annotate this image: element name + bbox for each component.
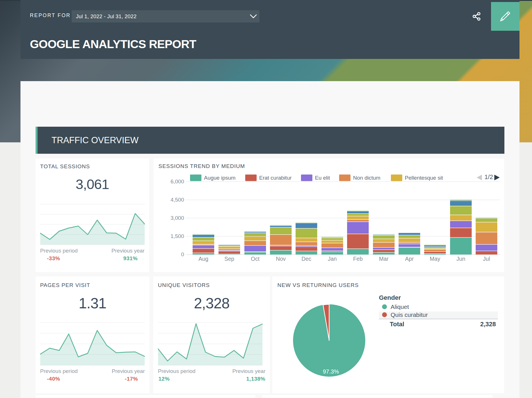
svg-text:97.3%: 97.3% (323, 368, 339, 375)
